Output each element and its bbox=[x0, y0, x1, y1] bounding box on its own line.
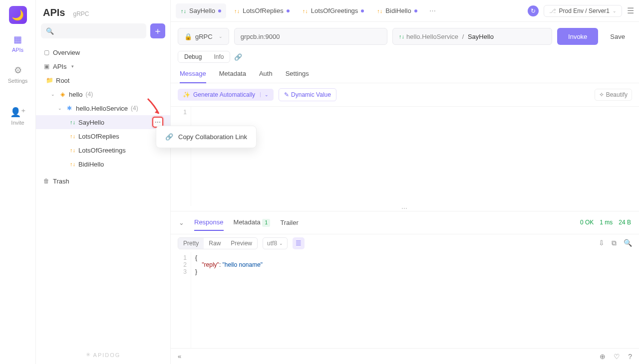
unary-icon: ↑↓ bbox=[181, 8, 186, 14]
nav-settings[interactable]: ⚙ Settings bbox=[6, 63, 30, 86]
chevron-down-icon: ⌄ bbox=[613, 8, 617, 13]
sync-button[interactable]: ↻ bbox=[528, 5, 539, 16]
far-left-nav: 🌙 ▦ APIs ⚙ Settings 👤⁺ Invite bbox=[0, 0, 36, 364]
hello-folder[interactable]: ⌄ ◈ hello (4) bbox=[36, 87, 170, 101]
sparkle-icon: ✨ bbox=[183, 91, 190, 98]
method-lotsofgreetings[interactable]: ↑↓ LotsOfGreetings bbox=[36, 143, 170, 157]
nav-invite[interactable]: 👤⁺ Invite bbox=[8, 105, 28, 128]
request-editor[interactable]: 1 bbox=[171, 106, 639, 206]
generate-auto-button[interactable]: ✨ Generate Automatically ⌄ bbox=[178, 89, 274, 101]
tabs-bar: ↑↓ SayHello ↑↓ LotsOfReplies ↑↓ LotsOfGr… bbox=[171, 0, 639, 22]
trash-item[interactable]: 🗑 Trash bbox=[36, 174, 170, 188]
service-method-selector[interactable]: ↑↓ hello.HelloService / SayHello bbox=[392, 28, 552, 45]
view-segment: Debug Info bbox=[178, 51, 230, 63]
root-folder[interactable]: 📁 Root bbox=[36, 73, 170, 87]
pretty-tab[interactable]: Pretty bbox=[178, 238, 204, 249]
nav-apis[interactable]: ▦ APIs bbox=[10, 32, 25, 55]
apis-root-item[interactable]: ▣ APIs ▾ bbox=[36, 59, 170, 73]
protocol-selector[interactable]: 🔒 gRPC ⌄ bbox=[178, 28, 229, 45]
unsaved-dot-icon bbox=[361, 9, 364, 12]
preview-tab[interactable]: Preview bbox=[226, 238, 257, 249]
settings-tab[interactable]: Settings bbox=[286, 70, 309, 83]
proto-icon: ◈ bbox=[59, 91, 66, 98]
environment-selector[interactable]: ⎇ Prod Env / Server1 ⌄ bbox=[544, 5, 622, 17]
tab-sayhello[interactable]: ↑↓ SayHello bbox=[176, 3, 226, 18]
branch-icon: ⎇ bbox=[549, 7, 556, 14]
service-folder[interactable]: ⌄ ✱ hello.HelloService (4) bbox=[36, 101, 170, 115]
response-editor[interactable]: 123 { "reply": "hello noname" } bbox=[171, 252, 639, 349]
add-button[interactable]: ＋ bbox=[150, 23, 165, 38]
method-bidihello[interactable]: ↑↓ BidiHello bbox=[36, 157, 170, 171]
tab-lotsofreplies[interactable]: ↑↓ LotsOfReplies bbox=[229, 3, 295, 18]
metadata-tab[interactable]: Metadata bbox=[219, 70, 246, 83]
search-icon: 🔍 bbox=[46, 27, 54, 35]
context-menu: 🔗 Copy Collaboration Link bbox=[156, 126, 257, 148]
tabs-more-button[interactable]: ⋯ bbox=[425, 7, 440, 14]
brand-icon: ✳ bbox=[86, 352, 91, 358]
app-logo: 🌙 bbox=[9, 6, 27, 24]
url-input[interactable]: grpcb.in:9000 bbox=[234, 28, 387, 45]
streaming-icon: ↑↓ bbox=[303, 8, 308, 14]
main-panel: ↑↓ SayHello ↑↓ LotsOfReplies ↑↓ LotsOfGr… bbox=[171, 0, 639, 364]
beautify-button[interactable]: ✧ Beautify bbox=[595, 89, 632, 101]
tab-lotsofgreetings[interactable]: ↑↓ LotsOfGreetings bbox=[298, 3, 369, 18]
chevron-down-icon: ⌄ bbox=[219, 34, 223, 39]
response-size: 24 B bbox=[619, 219, 631, 226]
method-lotsofreplies[interactable]: ↑↓ LotsOfReplies bbox=[36, 129, 170, 143]
save-button[interactable]: Save bbox=[603, 28, 632, 45]
message-tab[interactable]: Message bbox=[180, 70, 206, 83]
unary-icon: ↑↓ bbox=[70, 119, 75, 125]
nav-label: Invite bbox=[11, 120, 24, 126]
overview-icon: ▢ bbox=[43, 49, 50, 56]
notifications-icon[interactable]: ⊕ bbox=[600, 353, 606, 361]
service-icon: ✱ bbox=[66, 105, 73, 112]
link-icon[interactable]: 🔗 bbox=[234, 53, 242, 61]
method-sayhello[interactable]: ↑↓ SayHello ⋯ bbox=[36, 115, 170, 129]
response-tab[interactable]: Response bbox=[194, 214, 224, 231]
streaming-icon: ↑↓ bbox=[70, 161, 75, 167]
chevron-down-icon: ⌄ bbox=[279, 241, 283, 246]
chevron-down-icon[interactable]: ⌄ bbox=[260, 92, 269, 97]
sidebar-title: APIs bbox=[43, 7, 65, 18]
streaming-icon: ↑↓ bbox=[70, 133, 75, 139]
dynamic-value-button[interactable]: ✎ Dynamic Value bbox=[279, 88, 336, 101]
streaming-icon: ↑↓ bbox=[377, 8, 382, 14]
info-tab[interactable]: Info bbox=[208, 51, 230, 62]
menu-button[interactable]: ☰ bbox=[627, 6, 634, 15]
sidebar-subtitle: gRPC bbox=[73, 10, 89, 17]
auth-tab[interactable]: Auth bbox=[259, 70, 273, 83]
tab-bidihello[interactable]: ↑↓ BidiHello bbox=[372, 3, 422, 18]
trailer-tab[interactable]: Trailer bbox=[280, 215, 298, 230]
unsaved-dot-icon bbox=[414, 9, 417, 12]
copy-icon[interactable]: ⧉ bbox=[612, 239, 617, 247]
unsaved-dot-icon bbox=[287, 9, 290, 12]
metadata-count-badge: 1 bbox=[262, 219, 270, 227]
search-icon[interactable]: 🔍 bbox=[624, 239, 632, 247]
raw-tab[interactable]: Raw bbox=[204, 238, 226, 249]
invoke-button[interactable]: Invoke bbox=[557, 28, 598, 45]
download-icon[interactable]: ⇩ bbox=[599, 239, 605, 247]
response-time: 1 ms bbox=[600, 219, 613, 226]
trash-icon: 🗑 bbox=[43, 178, 50, 184]
collapse-sidebar-button[interactable]: « bbox=[178, 353, 181, 360]
copy-link-menu-item[interactable]: 🔗 Copy Collaboration Link bbox=[159, 129, 253, 145]
search-input[interactable]: 🔍 bbox=[41, 23, 146, 38]
format-segment: Pretty Raw Preview bbox=[178, 237, 258, 249]
sparkle-icon: ✧ bbox=[599, 91, 604, 98]
footer-bar: « ⊕ ♡ ? bbox=[171, 348, 639, 364]
api-icon: ▦ bbox=[13, 34, 22, 45]
overview-item[interactable]: ▢ Overview bbox=[36, 45, 170, 59]
encoding-selector[interactable]: utf8 ⌄ bbox=[263, 237, 288, 249]
streaming-icon: ↑↓ bbox=[70, 147, 75, 153]
debug-tab[interactable]: Debug bbox=[178, 51, 208, 62]
filter-button[interactable]: ☰ bbox=[293, 237, 305, 249]
feedback-icon[interactable]: ♡ bbox=[614, 353, 620, 361]
gear-icon: ⚙ bbox=[14, 65, 22, 76]
lock-icon: 🔒 bbox=[184, 33, 192, 40]
split-handle[interactable]: ⋯ bbox=[171, 206, 639, 211]
response-metadata-tab[interactable]: Metadata 1 bbox=[234, 214, 271, 231]
help-icon[interactable]: ? bbox=[628, 353, 632, 361]
collapse-response-button[interactable]: ⌄ bbox=[179, 219, 184, 226]
chevron-down-icon: ▾ bbox=[71, 64, 76, 69]
streaming-icon: ↑↓ bbox=[234, 8, 240, 14]
